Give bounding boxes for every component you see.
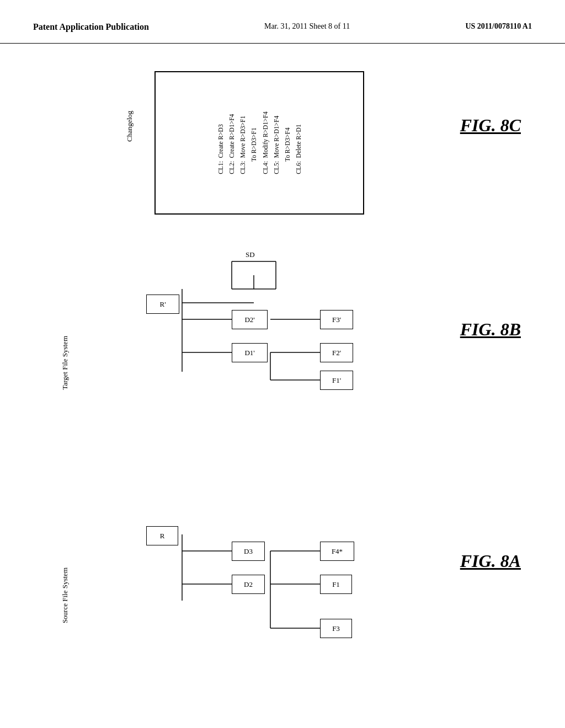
node-D3: D3 xyxy=(232,542,265,561)
fig8a-label: FIG. 8A xyxy=(460,551,521,571)
fig8b-area: Target File System S xyxy=(44,248,532,457)
fig8c-label: FIG. 8C xyxy=(460,115,521,136)
changelog-label: Changelog xyxy=(125,111,134,142)
node-R-prime: R' xyxy=(146,295,179,314)
main-content: Changelog CL1: Create R>D3 CL2: Create R… xyxy=(0,44,565,716)
sd-label: SD xyxy=(246,250,255,259)
header-left: Patent Application Publication xyxy=(33,22,149,32)
header-center: Mar. 31, 2011 Sheet 8 of 11 xyxy=(264,22,350,31)
node-D2: D2 xyxy=(232,575,265,594)
fig8c-area: Changelog CL1: Create R>D3 CL2: Create R… xyxy=(44,60,532,226)
node-D1-prime: D1' xyxy=(232,343,268,362)
node-F4star: F4* xyxy=(320,542,354,561)
node-F3-prime: F3' xyxy=(320,310,353,329)
fig8b-system-label: Target File System xyxy=(61,336,70,390)
fig8a-area: Source File System R D3 D2 F4* F1 xyxy=(44,479,532,716)
fig8b-tree-lines xyxy=(44,248,532,457)
node-F3: F3 xyxy=(320,619,352,638)
changelog-entries: CL1: Create R>D3 CL2: Create R>D1>F4 CL3… xyxy=(215,111,304,174)
node-D2-prime: D2' xyxy=(232,310,268,329)
node-F1: F1 xyxy=(320,575,352,594)
fig8b-label: FIG. 8B xyxy=(460,319,521,340)
node-F2-prime: F2' xyxy=(320,343,353,362)
fig8a-system-label: Source File System xyxy=(61,568,70,623)
page-header: Patent Application Publication Mar. 31, … xyxy=(0,0,565,44)
header-right: US 2011/0078110 A1 xyxy=(465,22,532,31)
changelog-box: CL1: Create R>D3 CL2: Create R>D1>F4 CL3… xyxy=(154,71,364,215)
node-F1-prime: F1' xyxy=(320,371,353,390)
fig8a-tree-lines xyxy=(44,479,532,716)
node-R: R xyxy=(146,526,178,545)
